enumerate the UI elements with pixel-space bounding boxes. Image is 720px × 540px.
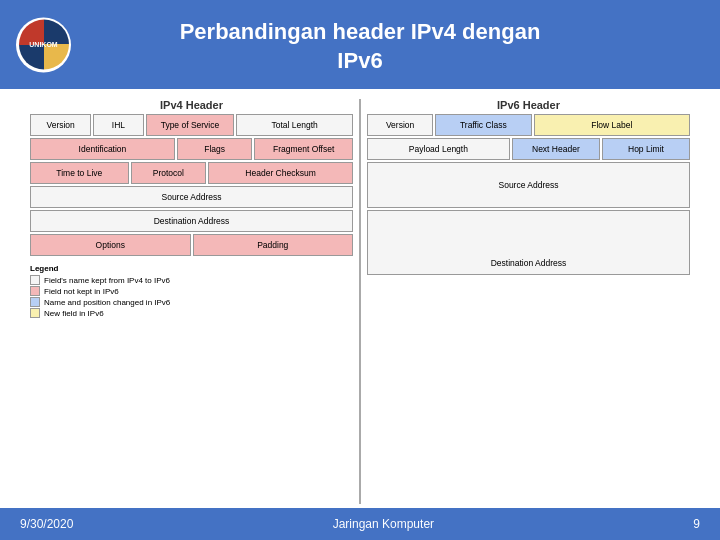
ipv4-ttl: Time to Live [30, 162, 129, 184]
ipv6-title: IPv6 Header [367, 99, 690, 111]
ipv6-row-4: Destination Address [367, 210, 690, 275]
legend-label-2: Field not kept in IPv6 [44, 287, 119, 296]
legend-item-4: New field in IPv6 [30, 308, 353, 318]
legend-item-2: Field not kept in IPv6 [30, 286, 353, 296]
ipv4-identification: Identification [30, 138, 175, 160]
ipv6-destination-address: Destination Address [367, 210, 690, 275]
diagram-area: IPv4 Header Version IHL Type of Service … [30, 99, 690, 504]
legend-item-1: Field's name kept from IPv4 to IPv6 [30, 275, 353, 285]
legend-box-pink [30, 286, 40, 296]
legend-label-1: Field's name kept from IPv4 to IPv6 [44, 276, 170, 285]
ipv4-row-4: Source Address [30, 186, 353, 208]
legend-box-blue [30, 297, 40, 307]
ipv6-version: Version [367, 114, 433, 136]
ipv6-payload-length: Payload Length [367, 138, 510, 160]
slide-footer: 9/30/2020 Jaringan Komputer 9 [0, 508, 720, 540]
ipv4-row-3: Time to Live Protocol Header Checksum [30, 162, 353, 184]
ipv6-flow-label: Flow Label [534, 114, 691, 136]
ipv4-tos: Type of Service [146, 114, 235, 136]
ipv4-title: IPv4 Header [30, 99, 353, 111]
ipv4-row-5: Destination Address [30, 210, 353, 232]
ipv4-source-address: Source Address [30, 186, 353, 208]
ipv4-destination-address: Destination Address [30, 210, 353, 232]
legend: Legend Field's name kept from IPv4 to IP… [30, 264, 353, 319]
footer-date: 9/30/2020 [20, 517, 73, 531]
ipv6-section: IPv6 Header Version Traffic Class Flow L… [367, 99, 690, 504]
ipv6-row-2: Payload Length Next Header Hop Limit [367, 138, 690, 160]
slide: UNIKOM Perbandingan header IPv4 dengan I… [0, 0, 720, 540]
footer-center: Jaringan Komputer [333, 517, 434, 531]
ipv6-traffic-class: Traffic Class [435, 114, 531, 136]
ipv4-section: IPv4 Header Version IHL Type of Service … [30, 99, 353, 504]
legend-box-white [30, 275, 40, 285]
ipv6-source-address: Source Address [367, 162, 690, 208]
section-divider [359, 99, 361, 504]
ipv4-row-1: Version IHL Type of Service Total Length [30, 114, 353, 136]
ipv4-row-2: Identification Flags Fragment Offset [30, 138, 353, 160]
ipv4-protocol: Protocol [131, 162, 206, 184]
footer-page: 9 [693, 517, 700, 531]
slide-header: UNIKOM Perbandingan header IPv4 dengan I… [0, 0, 720, 89]
ipv4-ihl: IHL [93, 114, 143, 136]
logo-text: UNIKOM [29, 41, 57, 49]
ipv6-next-header: Next Header [512, 138, 600, 160]
logo: UNIKOM [16, 17, 71, 72]
ipv6-grid: Version Traffic Class Flow Label Payload… [367, 114, 690, 275]
slide-title: Perbandingan header IPv4 dengan IPv6 [180, 18, 541, 75]
legend-label-4: New field in IPv6 [44, 309, 104, 318]
legend-label-3: Name and position changed in IPv6 [44, 298, 170, 307]
ipv4-grid: Version IHL Type of Service Total Length… [30, 114, 353, 256]
ipv4-total-length: Total Length [236, 114, 353, 136]
ipv4-checksum: Header Checksum [208, 162, 353, 184]
legend-box-yellow [30, 308, 40, 318]
ipv4-row-6: Options Padding [30, 234, 353, 256]
ipv4-options: Options [30, 234, 191, 256]
ipv6-row-3: Source Address [367, 162, 690, 208]
ipv4-version: Version [30, 114, 91, 136]
ipv6-hop-limit: Hop Limit [602, 138, 690, 160]
ipv4-flags: Flags [177, 138, 252, 160]
ipv6-row-1: Version Traffic Class Flow Label [367, 114, 690, 136]
logo-inner: UNIKOM [19, 20, 69, 70]
slide-content: IPv4 Header Version IHL Type of Service … [0, 89, 720, 508]
legend-title: Legend [30, 264, 353, 273]
ipv4-fragment-offset: Fragment Offset [254, 138, 353, 160]
legend-item-3: Name and position changed in IPv6 [30, 297, 353, 307]
ipv4-padding: Padding [193, 234, 354, 256]
